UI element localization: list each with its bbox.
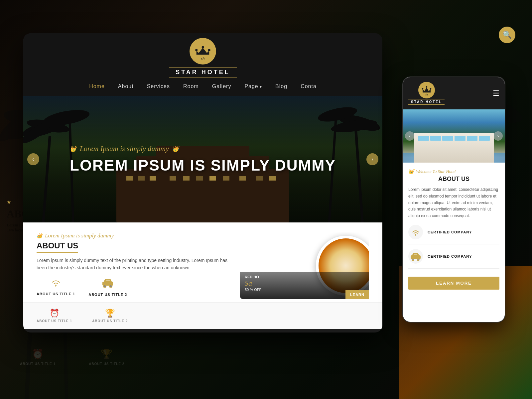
tablet-hotel-name: STAR HOTEL [169,67,237,77]
nav-item-page[interactable]: Page [244,83,262,89]
mobile-feature-2: CERTIFIED COMPANY [408,249,499,269]
svg-rect-30 [138,176,145,181]
about-features: ABOUT US TITLE 1 ABOUT US TITLE 2 [37,278,230,297]
mobile-next-button[interactable]: › [493,131,503,141]
svg-rect-31 [150,176,156,181]
nav-item-home[interactable]: Home [89,83,105,89]
mobile-hero-image: ‹ › [403,109,505,163]
learn-more-button[interactable]: LEARN [345,290,369,299]
mobile-prev-button[interactable]: ‹ [405,131,414,141]
svg-rect-34 [196,176,203,181]
svg-point-12 [201,46,204,48]
mobile-header: sh STAR HOTEL ☰ [403,77,505,109]
mobile-feature-1-label: CERTIFIED COMPANY [428,230,472,234]
hero-title: LOREM IPSUM IS SIMPLY DUMMY [70,156,336,174]
svg-rect-29 [126,176,133,181]
mobile-about-section: 👑 Welcome To Star Hotel ABOUT US Lorem i… [403,163,505,296]
svg-rect-36 [223,176,229,181]
svg-rect-44 [106,280,110,281]
svg-point-53 [412,259,414,261]
nav-item-gallery[interactable]: Gallery [212,83,231,89]
hamburger-menu[interactable]: ☰ [493,89,499,98]
about-feature-1: ABOUT US TITLE 1 [37,278,75,297]
svg-rect-55 [414,254,417,255]
about-feature-2: ABOUT US TITLE 2 [88,278,127,297]
mobile-about-subtitle: 👑 Welcome To Star Hotel [408,169,499,174]
clock-icon: ⏰ [50,309,60,318]
svg-line-21 [356,129,362,222]
bg-nav: About Tours Room Gallery Tour Blog Conta… [0,12,266,19]
bg-hotel-title: STAR HOTEL [0,0,266,12]
about-image: RED HO Sa 50 % OFF LEARN [240,232,369,299]
tablet-hero: ‹ › 👑 Lorem Ipsum is simply dummy 👑 LORE… [23,96,382,222]
bottom-feature-2: 🏆 ABOUT US TITLE 2 [92,309,128,323]
mobile-hotel-name: STAR HOTEL [408,99,445,105]
mobile-learn-more-button[interactable]: LEARN MORE [408,277,499,290]
bottom-feature-1-label: ABOUT US TITLE 1 [37,319,72,323]
tablet-nav: Home About Services Room Gallery Page Bl… [89,80,317,91]
hero-subtitle: 👑 Lorem Ipsum is simply dummy 👑 [70,144,336,153]
bg-search-button[interactable]: 🔍 [499,27,515,43]
nav-item-blog[interactable]: Blog [275,83,287,89]
svg-point-48 [430,88,431,90]
hero-next-button[interactable]: › [366,153,378,165]
tablet-device: sh STAR HOTEL Home About Services Room G… [23,33,382,332]
mobile-feature-1: CERTIFIED COMPANY [408,225,499,244]
tablet-about-section: 👑 Lorem Ipsum is simply dummy ABOUT US L… [23,222,382,302]
svg-point-47 [426,86,427,88]
svg-rect-35 [209,176,216,181]
svg-point-43 [109,285,112,288]
about-subtitle: 👑 Lorem Ipsum is simply dummy [37,232,230,239]
about-feature-1-label: ABOUT US TITLE 1 [37,292,75,296]
about-feature-2-label: ABOUT US TITLE 2 [88,293,127,297]
svg-rect-38 [256,176,263,181]
mobile-device: sh STAR HOTEL ☰ ‹ › [402,76,505,323]
about-text: Lorem ipsum is simply dummy text of the … [37,257,230,272]
mobile-crown-logo: sh [418,82,435,98]
crown-logo-tablet: sh [190,38,216,65]
svg-point-46 [422,88,423,90]
tablet-bottom-section: ⏰ ABOUT US TITLE 1 🏆 ABOUT US TITLE 2 [23,302,382,329]
svg-text:sh: sh [425,93,428,96]
svg-point-11 [195,49,198,51]
nav-item-room[interactable]: Room [183,83,199,89]
mobile-car-icon [408,249,423,264]
svg-text:sh: sh [201,56,205,61]
mobile-feature-2-label: CERTIFIED COMPANY [428,254,472,258]
svg-point-42 [103,285,106,288]
svg-rect-33 [183,176,190,181]
tablet-header: sh STAR HOTEL Home About Services Room G… [23,33,382,96]
about-content: 👑 Lorem Ipsum is simply dummy ABOUT US L… [37,232,230,297]
mobile-wifi-icon [408,225,423,239]
tablet-logo: sh STAR HOTEL [169,38,237,77]
svg-rect-52 [411,255,421,259]
about-title: ABOUT US [37,241,78,253]
svg-rect-39 [269,176,276,181]
mobile-logo: sh STAR HOTEL [408,82,445,105]
nav-item-contact[interactable]: Conta [301,83,317,89]
svg-rect-32 [170,176,176,181]
bottom-feature-1: ⏰ ABOUT US TITLE 1 [37,309,72,323]
mobile-about-text: Lorem ipsum dolor sit amet, consectetur … [408,187,499,219]
svg-point-13 [208,49,210,51]
svg-rect-37 [239,176,246,181]
nav-item-services[interactable]: Services [147,83,170,89]
car-icon [101,278,114,290]
nav-item-about[interactable]: About [118,83,134,89]
svg-point-54 [417,259,419,261]
bottom-feature-2-label: ABOUT US TITLE 2 [92,319,128,323]
hero-prev-button[interactable]: ‹ [27,153,39,165]
award-icon: 🏆 [105,309,115,318]
mobile-about-title: ABOUT US [408,176,499,183]
wifi-icon [50,278,62,289]
